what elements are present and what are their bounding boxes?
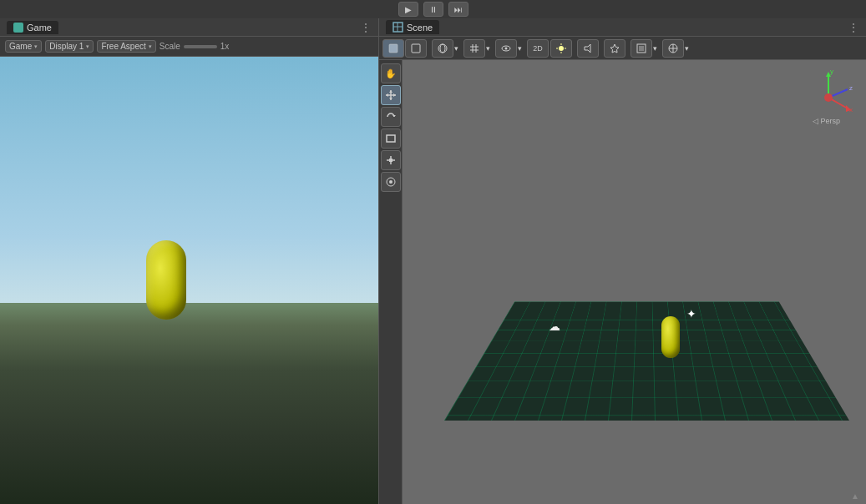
y-axis-label: y — [830, 68, 833, 75]
play-button[interactable]: ▶ — [398, 2, 418, 17]
scene-toolbar: ▾ ▾ ▾ 2D — [379, 37, 866, 60]
persp-label: ◁ Persp — [813, 117, 840, 125]
game-panel: Game ⋮ Game ▾ Display 1 ▾ Free Aspect ▾ … — [0, 18, 379, 504]
scale-tool-icon — [385, 154, 397, 166]
aspect-select[interactable]: Free Aspect ▾ — [97, 40, 155, 53]
scene-more-button[interactable]: ⋮ — [848, 21, 859, 34]
svg-rect-3 — [389, 44, 398, 53]
display1-chevron-icon: ▾ — [86, 43, 89, 50]
grid-btn[interactable] — [463, 39, 485, 58]
view-mode-group — [382, 39, 427, 58]
pause-icon: ⏸ — [429, 5, 438, 14]
svg-marker-30 — [392, 115, 396, 117]
display1-label: Display 1 — [49, 42, 84, 51]
gizmos-icon — [667, 43, 679, 54]
scale-slider[interactable] — [184, 45, 217, 48]
svg-marker-27 — [389, 98, 392, 100]
game-tab-label: Game — [27, 23, 52, 33]
grid-group: ▾ — [463, 39, 490, 58]
gizmo-compass: y x z ◁ Persp — [799, 68, 858, 127]
grid-chevron-icon: ▾ — [486, 44, 490, 53]
vis-chevron-icon: ▾ — [518, 44, 522, 53]
fx-group — [604, 39, 625, 58]
svg-rect-31 — [387, 135, 395, 142]
scale-tool-btn[interactable] — [381, 150, 401, 170]
transform-tool-icon — [385, 176, 397, 188]
step-button[interactable]: ⏭ — [448, 2, 468, 17]
game-viewport — [0, 57, 378, 504]
svg-rect-34 — [389, 159, 392, 162]
global-btn[interactable] — [432, 39, 453, 58]
x-axis-label: x — [849, 106, 853, 113]
display1-select[interactable]: Display 1 ▾ — [45, 40, 94, 53]
scene-tab[interactable]: Scene — [386, 20, 439, 34]
svg-marker-29 — [393, 93, 396, 97]
svg-marker-28 — [386, 93, 388, 97]
audio-btn[interactable] — [577, 39, 599, 58]
fx-btn[interactable] — [604, 39, 625, 58]
scene-tab-bar: Scene ⋮ — [379, 18, 866, 37]
shaded-btn[interactable] — [382, 39, 404, 58]
scene-panel: Scene ⋮ ▾ — [379, 18, 866, 504]
game-display-select[interactable]: Game ▾ — [5, 40, 42, 53]
svg-rect-20 — [639, 46, 644, 51]
light-btn[interactable] — [550, 39, 572, 58]
scene-capsule-mesh — [661, 316, 680, 358]
scale-value: 1x — [220, 42, 230, 51]
transform-group: ▾ — [432, 39, 458, 58]
game-background — [0, 57, 378, 504]
vis-btn[interactable] — [495, 39, 517, 58]
gizmos-btn[interactable] — [662, 39, 684, 58]
scene-view-btn[interactable] — [631, 39, 652, 58]
pause-button[interactable]: ⏸ — [423, 2, 443, 17]
main-layout: Game ⋮ Game ▾ Display 1 ▾ Free Aspect ▾ … — [0, 18, 866, 504]
gizmos-group: ▾ — [662, 39, 689, 58]
scene-background: ✦ ☁ y x — [403, 60, 866, 504]
scene-bottom-label: ▲ — [851, 491, 859, 501]
game-more-button[interactable]: ⋮ — [360, 21, 372, 34]
rotate-tool-btn[interactable] — [381, 107, 401, 127]
scene-capsule — [661, 316, 680, 358]
transform-tool-btn[interactable] — [381, 172, 401, 192]
global-chevron-icon: ▾ — [454, 44, 458, 53]
game-chevron-icon: ▾ — [34, 43, 38, 50]
svg-marker-18 — [585, 44, 590, 53]
rotate-tool-icon — [385, 111, 397, 123]
svg-point-13 — [559, 46, 564, 51]
status-icon: ▲ — [851, 491, 859, 501]
vis-group: ▾ — [495, 39, 522, 58]
move-tool-btn[interactable] — [381, 85, 401, 105]
svg-point-42 — [824, 93, 833, 102]
play-icon: ▶ — [405, 5, 412, 14]
scene-viewport[interactable]: ✦ ☁ y x — [403, 60, 866, 504]
scale-label: Scale — [160, 42, 180, 51]
svg-marker-26 — [389, 90, 392, 93]
directional-light-icon: ✦ — [686, 307, 696, 320]
hand-tool-btn[interactable]: ✋ — [381, 63, 401, 83]
2d-label: 2D — [533, 44, 543, 53]
svg-point-6 — [440, 44, 445, 53]
2d-btn[interactable]: 2D — [527, 39, 549, 58]
rect-tool-btn[interactable] — [381, 129, 401, 149]
game-capsule — [146, 240, 186, 320]
svg-rect-4 — [412, 44, 420, 53]
step-icon: ⏭ — [454, 5, 463, 14]
rect-tool-icon — [385, 133, 397, 144]
scene-gizmo: y x z ◁ Persp — [799, 68, 858, 127]
wireframe-icon — [410, 43, 422, 54]
light-group — [550, 39, 572, 58]
z-axis-label: z — [849, 84, 853, 92]
shaded-icon — [387, 43, 399, 54]
svg-point-36 — [389, 180, 392, 184]
aspect-label: Free Aspect — [101, 42, 145, 51]
vis-icon — [500, 43, 512, 54]
scene-tab-label: Scene — [407, 23, 433, 33]
top-playback-bar: ▶ ⏸ ⏭ — [0, 0, 866, 18]
game-tab[interactable]: Game — [7, 21, 58, 34]
scene-view-icon — [636, 43, 647, 54]
global-icon — [437, 43, 448, 54]
scene-body: ✋ — [379, 60, 866, 504]
wireframe-btn[interactable] — [405, 39, 427, 58]
scene-tools-sidebar: ✋ — [379, 60, 403, 504]
scene-view-chevron-icon: ▾ — [653, 44, 657, 53]
